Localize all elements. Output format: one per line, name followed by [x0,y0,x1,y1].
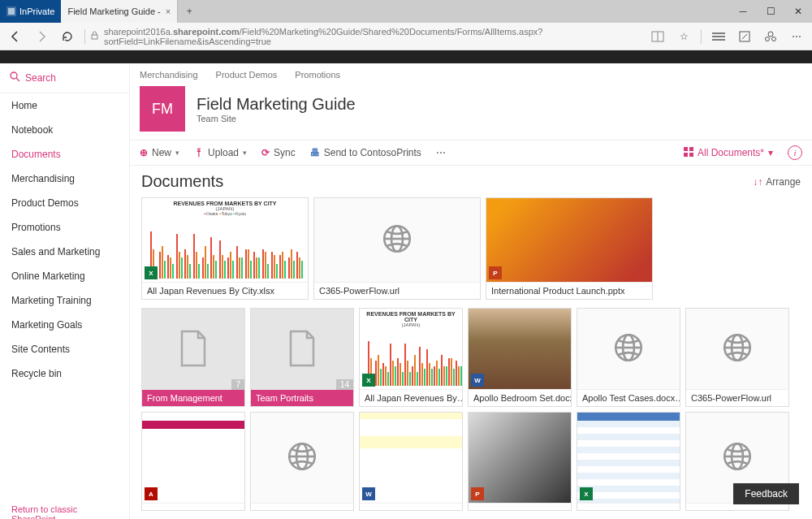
nav-item-recycle-bin[interactable]: Recycle bin [0,361,129,386]
new-button[interactable]: ⊕ New ▾ [140,147,179,158]
folder-tile[interactable]: 7From Management [141,308,245,407]
library-content: Documents ↓↑ Arrange REVENUES FROM MARKE… [130,166,812,519]
file-name [251,503,353,510]
browser-tab[interactable]: Field Marketing Guide - × [61,0,178,23]
feedback-button[interactable]: Feedback [733,483,799,504]
library-title: Documents [141,172,223,191]
refresh-button[interactable] [58,28,76,45]
nav-item-home[interactable]: Home [0,93,129,118]
search-box[interactable]: Search [0,63,129,93]
svg-point-12 [11,72,17,79]
browser-navbar: sharepoint2016a.sharepoint.com/Field%20M… [0,23,812,50]
command-bar: ⊕ New ▾ ⭱ Upload ▾ ⟳ Sync 🖶 Send to Cont… [130,141,812,166]
suite-bar [0,50,812,63]
nav-item-documents[interactable]: Documents [0,142,129,167]
file-tile[interactable]: A [141,412,245,511]
send-button[interactable]: 🖶 Send to ContosoPrints [310,147,421,158]
file-tile[interactable]: PInternational Product Launch.pptx [486,197,653,300]
svg-rect-2 [92,35,97,39]
topnav-link[interactable]: Promotions [295,70,340,80]
info-button[interactable]: i [788,145,802,160]
file-tile[interactable]: C365-PowerFlow.url [685,308,789,407]
word-badge-icon: W [362,487,375,500]
file-name: C365-PowerFlow.url [686,389,788,406]
favorite-icon[interactable]: ☆ [675,28,693,45]
svg-line-13 [16,78,19,81]
file-tile[interactable]: W [359,412,463,511]
document-icon [177,330,209,370]
file-tile[interactable]: X [577,412,680,511]
svg-point-9 [768,32,773,37]
lock-icon [90,31,99,41]
ppt-badge-icon: P [489,266,502,279]
tab-close-icon[interactable]: × [166,6,171,16]
file-tile[interactable] [250,412,354,511]
file-tile[interactable]: REVENUES FROM MARKETS BY CITY(JAPAN)XAll… [359,308,463,407]
file-tile[interactable]: WApollo Bedroom Set.docx [468,308,572,407]
nav-item-marketing-goals[interactable]: Marketing Goals [0,313,129,337]
file-tile[interactable]: P [468,412,572,511]
nav-item-notebook[interactable]: Notebook [0,118,129,142]
site-subtitle: Team Site [197,114,356,123]
site-logo[interactable]: FM [140,86,185,132]
svg-rect-17 [689,153,693,157]
maximize-button[interactable]: ☐ [757,0,784,23]
file-name [577,503,680,510]
file-name [142,503,244,510]
file-name: Team Portraits [251,390,353,406]
close-button[interactable]: ✕ [784,0,812,23]
notes-icon[interactable] [736,28,754,45]
svg-rect-15 [689,147,693,151]
inprivate-badge: InPrivate [0,0,61,23]
forward-button[interactable] [32,28,50,45]
excel-badge-icon: X [145,266,158,279]
svg-point-10 [766,37,770,41]
more-icon[interactable]: ⋯ [788,28,806,45]
file-tile[interactable]: Apollo Test Cases.docx… [577,308,680,407]
ppt-badge-icon: P [471,487,484,500]
topnav-link[interactable]: Product Demos [216,70,278,80]
svg-rect-16 [684,153,688,157]
topnav-link[interactable]: Merchandising [140,70,198,80]
nav-item-site-contents[interactable]: Site Contents [0,337,129,361]
site-title: Field Marketing Guide [197,95,356,114]
folder-tile[interactable]: 14Team Portraits [250,308,354,407]
more-actions[interactable]: ⋯ [436,147,446,158]
file-name: All Japan Revenues By City.xlsx [142,282,308,299]
inprivate-icon [6,6,16,16]
top-nav: MerchandisingProduct DemosPromotions [130,63,812,83]
back-button[interactable] [6,28,24,45]
file-tile[interactable]: REVENUES FROM MARKETS BY CITY(JAPAN)━Osa… [141,197,309,300]
sync-button[interactable]: ⟳ Sync [261,147,296,158]
upload-button[interactable]: ⭱ Upload ▾ [194,147,247,158]
browser-titlebar: InPrivate Field Marketing Guide - × + ─ … [0,0,812,23]
reading-view-icon[interactable] [649,28,667,45]
file-name: From Management [142,390,244,406]
site-header: FM Field Marketing Guide Team Site [130,83,812,141]
nav-item-product-demos[interactable]: Product Demos [0,191,129,215]
view-selector[interactable]: All Documents* ▾ [684,147,773,159]
file-name [360,503,462,510]
nav-item-promotions[interactable]: Promotions [0,215,129,240]
globe-icon [380,222,414,258]
nav-item-marketing-training[interactable]: Marketing Training [0,288,129,313]
address-bar[interactable]: sharepoint2016a.sharepoint.com/Field%20M… [84,27,641,46]
minimize-button[interactable]: ─ [729,0,757,23]
arrange-button[interactable]: ↓↑ Arrange [753,176,801,188]
globe-icon [285,439,319,476]
nav-item-merchandising[interactable]: Merchandising [0,167,129,191]
document-icon [286,330,318,370]
file-name: International Product Launch.pptx [486,282,652,299]
printer-icon: 🖶 [310,147,320,158]
nav-item-online-marketing[interactable]: Online Marketing [0,264,129,288]
new-tab-button[interactable]: + [178,0,201,23]
window-controls: ─ ☐ ✕ [729,0,812,23]
classic-link[interactable]: Return to classic SharePoint [0,496,129,519]
url-text: sharepoint2016a.sharepoint.com/Field%20M… [104,27,641,46]
nav-item-sales-and-marketing[interactable]: Sales and Marketing [0,240,129,264]
chevron-down-icon: ▾ [175,149,179,157]
file-tile[interactable]: C365-PowerFlow.url [313,197,481,300]
share-icon[interactable] [762,28,780,45]
hub-icon[interactable] [710,28,728,45]
globe-icon [720,439,754,476]
